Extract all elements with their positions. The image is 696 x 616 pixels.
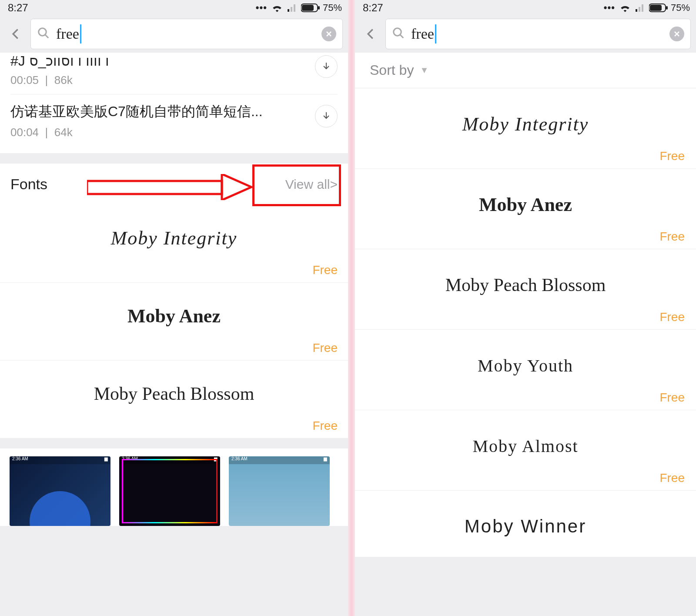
ringtone-title: 仿诺基亚欧美版C7随机自带的简单短信... bbox=[10, 102, 271, 121]
font-item[interactable]: Moby Anez Free bbox=[0, 283, 348, 361]
battery-icon bbox=[649, 3, 668, 12]
search-input[interactable]: free bbox=[385, 19, 691, 49]
font-price: Free bbox=[366, 230, 685, 244]
search-icon bbox=[392, 27, 405, 41]
font-preview: Moby Almost bbox=[366, 429, 685, 463]
font-item[interactable]: Moby Winner bbox=[355, 491, 696, 557]
sort-by-dropdown[interactable]: Sort by ▼ bbox=[355, 53, 696, 88]
status-time: 8:27 bbox=[363, 2, 383, 14]
search-input[interactable]: free bbox=[30, 19, 343, 49]
font-item[interactable]: Moby Almost Free bbox=[355, 410, 696, 491]
font-preview: Moby Winner bbox=[366, 509, 685, 544]
text-caret bbox=[80, 24, 81, 44]
wifi-icon bbox=[271, 3, 283, 12]
more-dots-icon: ••• bbox=[256, 2, 267, 13]
signal-icon bbox=[287, 4, 297, 12]
header: free bbox=[355, 15, 696, 53]
chevron-down-icon: ▼ bbox=[420, 65, 428, 75]
svg-line-12 bbox=[400, 35, 404, 38]
font-preview: Moby Integrity bbox=[10, 221, 338, 255]
font-preview: Moby Peach Blossom bbox=[366, 268, 685, 302]
status-bar: 8:27 ••• 75% bbox=[0, 0, 348, 15]
wallpaper-thumb[interactable]: 2:36 AM▆ bbox=[229, 456, 330, 526]
font-item[interactable]: Moby Youth Free bbox=[355, 330, 696, 410]
font-item[interactable]: Moby Integrity Free bbox=[355, 88, 696, 169]
battery-icon bbox=[301, 3, 320, 12]
view-all-link[interactable]: View all> bbox=[285, 177, 338, 192]
svg-point-11 bbox=[394, 28, 402, 36]
header: free bbox=[0, 15, 348, 53]
svg-rect-2 bbox=[318, 6, 320, 10]
fonts-section: Fonts View all> Moby Integrity Free bbox=[0, 164, 348, 438]
status-time: 8:27 bbox=[8, 2, 28, 14]
ringtone-section: #J ו וווו ו וסווכ_ס 00:05 | 86k 仿诺基亚欧美版C… bbox=[0, 53, 348, 153]
font-price: Free bbox=[366, 149, 685, 163]
font-item[interactable]: Moby Peach Blossom Free bbox=[0, 361, 348, 438]
svg-rect-1 bbox=[302, 5, 314, 11]
back-button[interactable] bbox=[5, 23, 26, 44]
font-price: Free bbox=[10, 341, 338, 355]
font-price: Free bbox=[10, 419, 338, 433]
text-caret bbox=[435, 24, 436, 44]
search-icon bbox=[37, 27, 50, 41]
status-bar: 8:27 ••• 75% bbox=[355, 0, 696, 15]
svg-line-4 bbox=[45, 35, 49, 38]
font-price: Free bbox=[366, 391, 685, 405]
search-value: free bbox=[411, 24, 663, 44]
download-button[interactable] bbox=[315, 55, 338, 78]
ringtone-item[interactable]: 仿诺基亚欧美版C7随机自带的简单短信... 00:04 | 64k bbox=[10, 94, 338, 146]
ringtone-title: #J ו וווו ו וסווכ_ס bbox=[10, 53, 271, 69]
search-value: free bbox=[56, 24, 315, 44]
font-preview: Moby Integrity bbox=[366, 107, 685, 141]
back-button[interactable] bbox=[360, 23, 381, 44]
battery-percent: 75% bbox=[671, 2, 690, 13]
clear-search-button[interactable] bbox=[669, 27, 684, 41]
svg-point-3 bbox=[39, 28, 47, 36]
font-item[interactable]: Moby Peach Blossom Free bbox=[355, 249, 696, 330]
battery-percent: 75% bbox=[323, 2, 342, 13]
wallpaper-thumb[interactable]: 2:36 AM▆ bbox=[119, 456, 220, 526]
svg-rect-9 bbox=[650, 5, 662, 11]
clear-search-button[interactable] bbox=[321, 27, 336, 41]
font-preview: Moby Youth bbox=[366, 348, 685, 383]
font-preview: Moby Anez bbox=[366, 187, 685, 222]
signal-icon bbox=[635, 4, 645, 12]
svg-point-7 bbox=[30, 491, 90, 526]
font-item[interactable]: Moby Integrity Free bbox=[0, 205, 348, 283]
wifi-icon bbox=[619, 3, 631, 12]
wallpaper-thumb[interactable]: 2:36 AM▆ bbox=[10, 456, 110, 526]
font-price: Free bbox=[366, 310, 685, 324]
sort-by-label: Sort by bbox=[370, 62, 414, 78]
fonts-section-title: Fonts bbox=[10, 176, 47, 193]
font-price: Free bbox=[10, 263, 338, 277]
ringtone-meta: 00:04 | 64k bbox=[10, 126, 315, 139]
font-preview: Moby Anez bbox=[10, 298, 338, 333]
svg-rect-10 bbox=[666, 6, 668, 10]
font-price: Free bbox=[366, 471, 685, 485]
left-pane: 8:27 ••• 75% bbox=[0, 0, 348, 616]
ringtone-item[interactable]: #J ו וווו ו וסווכ_ס 00:05 | 86k bbox=[10, 53, 338, 94]
font-preview: Moby Peach Blossom bbox=[10, 376, 338, 411]
wallpaper-thumbnails: 2:36 AM▆ 2:36 AM▆ 2:36 AM▆ bbox=[0, 449, 348, 526]
more-dots-icon: ••• bbox=[604, 2, 615, 13]
ringtone-meta: 00:05 | 86k bbox=[10, 74, 315, 87]
download-button[interactable] bbox=[315, 105, 338, 127]
font-item[interactable]: Moby Anez Free bbox=[355, 169, 696, 249]
right-pane: 8:27 ••• 75% bbox=[355, 0, 696, 616]
